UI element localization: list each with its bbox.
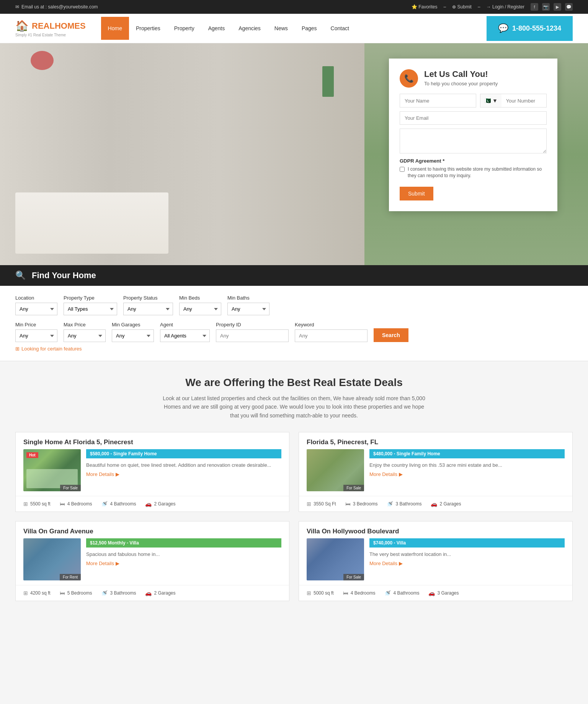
min-baths-label: Min Baths (227, 295, 270, 301)
min-baths-field: Min Baths Any (227, 295, 270, 315)
call-form-header: 📞 Let Us Call You! To help you choose yo… (400, 69, 547, 88)
search-bar-title: Find Your Home (32, 271, 96, 280)
search-button-field: . Search (374, 321, 408, 342)
gdpr-text: I consent to having this website store m… (408, 166, 547, 179)
min-beds-select[interactable]: Any (179, 303, 221, 315)
section-description: Look at our Latest listed properties and… (160, 394, 428, 420)
bed-icon: 🛏 (60, 501, 65, 507)
hero-section: 📞 Let Us Call You! To help you choose yo… (0, 43, 588, 265)
features-link[interactable]: ⊞ Looking for certain features (15, 346, 573, 352)
size-stat: ⊞ 5000 sq ft (307, 590, 334, 596)
property-status-label: Property Status (123, 295, 173, 301)
price-badge: $480,000 - Single Family Home (369, 449, 565, 458)
baths-stat: 🚿 3 Bathrooms (101, 590, 136, 596)
login-link[interactable]: → Login / Register (487, 4, 524, 10)
for-sale-badge: For Sale (343, 574, 364, 580)
nav-properties[interactable]: Properties (129, 17, 167, 40)
size-icon: ⊞ (307, 590, 311, 596)
garages-stat: 🚗 2 Garages (145, 501, 175, 507)
size-stat: ⊞ 3550 Sq Ft (307, 501, 336, 507)
more-details-link[interactable]: More Details ▶ (86, 471, 119, 477)
instagram-icon[interactable]: 📷 (542, 3, 550, 11)
max-price-select[interactable]: Any (64, 329, 106, 342)
bed-icon: 🛏 (343, 590, 348, 596)
search-row-2: Min Price Any Max Price Any Min Garages … (15, 321, 573, 342)
property-info: $580,000 - Single Family Home Beautiful … (81, 449, 281, 491)
nav-contact[interactable]: Contact (324, 17, 356, 40)
min-garages-field: Min Garages Any (112, 322, 154, 342)
agent-select[interactable]: All Agents (160, 329, 210, 342)
property-footer: ⊞ 3550 Sq Ft 🛏 3 Bedrooms 🚿 3 Bathrooms … (299, 496, 572, 512)
search-icon: 🔍 (15, 271, 26, 280)
for-sale-badge: For Sale (343, 485, 364, 491)
nav-news[interactable]: News (268, 17, 295, 40)
agent-label: Agent (160, 322, 210, 328)
search-bar: 🔍 Find Your Home (0, 265, 588, 286)
youtube-icon[interactable]: ▶ (554, 3, 561, 11)
property-title: Single Home At Florida 5, Pinecrest (16, 432, 289, 449)
phone-button[interactable]: 💬 1-800-555-1234 (487, 16, 573, 41)
chat-icon[interactable]: 💬 (565, 3, 573, 11)
garage-icon: 🚗 (431, 501, 437, 507)
favorites-link[interactable]: ⭐ Favorites (412, 4, 438, 10)
bath-icon: 🚿 (384, 590, 391, 596)
logo-icon: 🏠 (15, 20, 29, 32)
nav-pages[interactable]: Pages (295, 17, 324, 40)
gdpr-section: GDPR Agreement * I consent to having thi… (400, 158, 547, 179)
phone-ring-icon: 📞 (404, 74, 414, 83)
logo-text: REALHOMES (32, 21, 86, 31)
bath-icon: 🚿 (101, 590, 108, 596)
call-form: 📞 Let Us Call You! To help you choose yo… (389, 59, 557, 211)
nav-agents[interactable]: Agents (201, 17, 232, 40)
property-card: Single Home At Florida 5, Pinecrest Hot … (15, 432, 289, 512)
garage-icon: 🚗 (428, 590, 435, 596)
main-nav: Home Properties Property Agents Agencies… (101, 17, 487, 40)
for-sale-badge: For Rent (60, 574, 81, 580)
plus-icon: ⊞ (15, 346, 20, 352)
location-select[interactable]: Any (15, 303, 57, 315)
property-type-select[interactable]: All Types (64, 303, 117, 315)
facebook-icon[interactable]: f (531, 3, 538, 11)
logo: 🏠 REALHOMES Simply #1 Real Estate Theme (15, 14, 86, 43)
property-footer: ⊞ 5000 sq ft 🛏 4 Bedrooms 🚿 4 Bathrooms … (299, 585, 572, 601)
more-details-link[interactable]: More Details ▶ (369, 561, 403, 566)
property-info: $740,000 - Villa The very best waterfron… (364, 538, 565, 580)
max-price-field: Max Price Any (64, 322, 106, 342)
submit-link[interactable]: ⊕ Submit (452, 4, 472, 10)
min-garages-select[interactable]: Any (112, 329, 154, 342)
top-bar-right: ⭐ Favorites – ⊕ Submit – → Login / Regis… (412, 3, 573, 11)
email-input[interactable] (400, 111, 547, 125)
property-id-input[interactable] (216, 329, 289, 342)
location-field: Location Any (15, 295, 57, 315)
call-form-title: Let Us Call You! (424, 69, 498, 79)
phone-input[interactable] (501, 94, 547, 108)
baths-stat: 🚿 3 Bathrooms (387, 501, 421, 507)
social-links: f 📷 ▶ 💬 (531, 3, 573, 11)
min-garages-label: Min Garages (112, 322, 154, 328)
property-type-label: Property Type (64, 295, 117, 301)
submit-button[interactable]: Submit (400, 187, 433, 200)
location-label: Location (15, 295, 57, 301)
search-button[interactable]: Search (374, 328, 408, 342)
property-title: Florida 5, Pinecrest, FL (299, 432, 572, 449)
more-details-link[interactable]: More Details ▶ (86, 561, 119, 566)
property-status-select[interactable]: Any (123, 303, 173, 315)
more-details-link[interactable]: More Details ▶ (369, 471, 403, 477)
flag-select[interactable]: 🇵🇰 ▼ (480, 94, 501, 108)
gdpr-checkbox[interactable] (400, 167, 405, 172)
min-beds-field: Min Beds Any (179, 295, 221, 315)
keyword-input[interactable] (295, 329, 368, 342)
property-footer: ⊞ 5500 sq ft 🛏 4 Bedrooms 🚿 4 Bathrooms … (16, 496, 289, 512)
garage-icon: 🚗 (145, 501, 152, 507)
min-baths-select[interactable]: Any (227, 303, 270, 315)
property-title: Villa On Hollywood Boulevard (299, 521, 572, 538)
hot-badge: Hot (26, 452, 38, 458)
nav-home[interactable]: Home (101, 17, 129, 40)
nav-property[interactable]: Property (167, 17, 201, 40)
nav-agencies[interactable]: Agencies (232, 17, 268, 40)
gdpr-label: GDPR Agreement * (400, 158, 547, 164)
message-textarea[interactable] (400, 129, 547, 153)
name-input[interactable] (400, 94, 476, 108)
min-price-select[interactable]: Any (15, 329, 57, 342)
main-content: We are Offering the Best Real Estate Dea… (0, 361, 588, 616)
